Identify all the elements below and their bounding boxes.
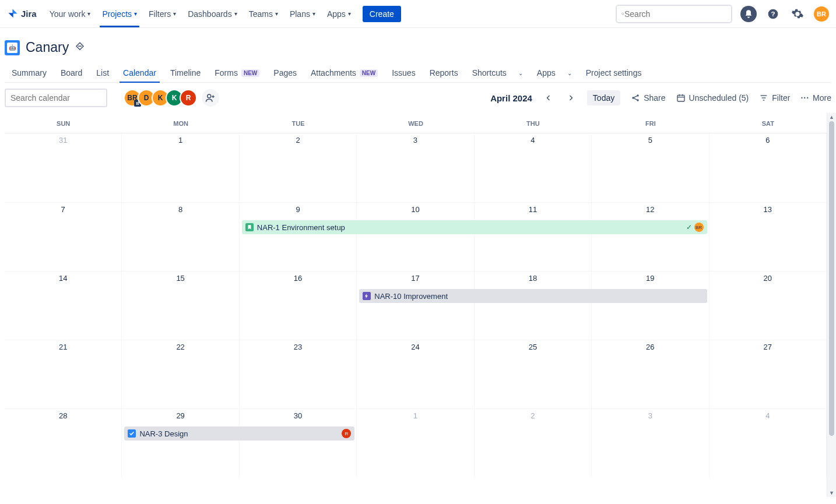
tab-issues[interactable]: Issues [385,64,422,82]
day-number: 14 [59,274,67,283]
add-assignee-button[interactable] [202,89,219,107]
scroll-down-icon[interactable]: ▼ [827,489,836,497]
event-assignee-avatar: BR [694,223,704,232]
nav-item-dashboards[interactable]: Dashboards▾ [183,0,242,27]
calendar-search-input[interactable] [10,93,113,103]
calendar-day-cell[interactable]: 9 [240,203,357,271]
calendar-day-cell[interactable]: 24 [357,340,474,408]
calendar-day-cell[interactable]: 18 [475,272,592,340]
day-number: 19 [646,274,654,283]
chevron-down-icon: ⌄ [567,70,572,76]
month-label: April 2024 [490,93,532,103]
calendar-day-cell[interactable]: 6 [709,133,827,202]
day-number: 13 [764,205,772,214]
tab-attachments[interactable]: AttachmentsNEW [304,64,385,82]
nav-item-projects[interactable]: Projects▾ [97,0,142,27]
calendar-day-cell[interactable]: 29 [122,409,239,477]
nav-item-filters[interactable]: Filters▾ [144,0,181,27]
calendar-event[interactable]: NAR-3 DesignR [124,427,354,440]
calendar-day-cell[interactable]: 23 [240,340,357,408]
calendar-day-cell[interactable]: 28 [5,409,122,477]
filter-button[interactable]: Filter [759,93,790,103]
calendar-day-cell[interactable]: 5 [592,133,709,202]
calendar-day-cell[interactable]: 25 [475,340,592,408]
notifications-icon[interactable] [740,6,757,22]
create-button[interactable]: Create [363,6,401,22]
prev-month-button[interactable] [543,92,554,104]
day-number: 15 [176,274,184,283]
tab-list[interactable]: List [89,64,116,82]
help-icon[interactable]: ? [765,6,781,22]
calendar-day-cell[interactable]: 8 [122,203,239,271]
calendar-day-cell[interactable]: 7 [5,203,122,271]
calendar-day-cell[interactable]: 2 [240,133,357,202]
tab-project-settings[interactable]: Project settings [579,64,649,82]
calendar-day-cell[interactable]: 26 [592,340,709,408]
tab-shortcuts[interactable]: Shortcuts⌄ [465,64,530,82]
calendar: SUNMONTUEWEDTHUFRISAT 311234567891011121… [0,113,836,497]
calendar-day-cell[interactable]: 3 [357,133,474,202]
calendar-day-cell[interactable]: 31 [5,133,122,202]
calendar-day-cell[interactable]: 4 [475,133,592,202]
tab-calendar[interactable]: Calendar [116,64,163,82]
calendar-day-cell[interactable]: 11 [475,203,592,271]
weekday-header: MON [122,113,239,133]
calendar-day-cell[interactable]: 2 [475,409,592,477]
calendar-day-cell[interactable]: 13 [709,203,827,271]
day-number: 27 [764,343,772,351]
calendar-day-cell[interactable]: 19 [592,272,709,340]
global-search[interactable] [616,5,732,23]
settings-icon[interactable] [789,6,806,22]
calendar-day-cell[interactable]: 1 [357,409,474,477]
calendar-day-cell[interactable]: 14 [5,272,122,340]
calendar-day-cell[interactable]: 17 [357,272,474,340]
jira-logo-icon [7,8,19,20]
tab-apps[interactable]: Apps⌄ [530,64,579,82]
calendar-day-cell[interactable]: 21 [5,340,122,408]
today-button[interactable]: Today [587,90,620,105]
theme-icon[interactable] [75,41,85,54]
nav-item-your-work[interactable]: Your work▾ [45,0,96,27]
nav-item-teams[interactable]: Teams▾ [244,0,283,27]
nav-item-apps[interactable]: Apps▾ [322,0,356,27]
event-assignee-avatar: R [342,429,351,438]
calendar-day-cell[interactable]: 1 [122,133,239,202]
calendar-day-cell[interactable]: 12 [592,203,709,271]
share-button[interactable]: Share [631,93,665,103]
scrollbar-thumb[interactable] [829,121,834,436]
calendar-event[interactable]: NAR-1 Environment setup✓BR [242,220,707,234]
day-number: 22 [176,343,184,351]
more-button[interactable]: ··· More [800,93,831,103]
jira-logo[interactable]: Jira [7,8,37,20]
tab-summary[interactable]: Summary [5,64,54,82]
day-number: 20 [764,274,772,283]
calendar-day-cell[interactable]: 22 [122,340,239,408]
chevron-down-icon: ⌄ [518,70,523,76]
calendar-day-cell[interactable]: 27 [709,340,827,408]
calendar-day-cell[interactable]: 4 [709,409,827,477]
day-number: 4 [765,411,770,420]
unscheduled-button[interactable]: Unscheduled (5) [676,93,749,103]
tab-board[interactable]: Board [54,64,89,82]
tab-pages[interactable]: Pages [266,64,304,82]
tab-timeline[interactable]: Timeline [163,64,208,82]
scroll-up-icon[interactable]: ▲ [827,113,836,121]
nav-item-plans[interactable]: Plans▾ [285,0,320,27]
tab-forms[interactable]: FormsNEW [208,64,266,82]
calendar-week: 78910111213NAR-1 Environment setup✓BR [5,202,827,271]
calendar-day-cell[interactable]: 16 [240,272,357,340]
calendar-day-cell[interactable]: 20 [709,272,827,340]
next-month-button[interactable] [565,92,577,104]
calendar-day-cell[interactable]: 3 [592,409,709,477]
assignee-avatar[interactable]: R [180,89,197,107]
tab-reports[interactable]: Reports [423,64,465,82]
calendar-day-cell[interactable]: 15 [122,272,239,340]
calendar-day-cell[interactable]: 10 [357,203,474,271]
calendar-event[interactable]: NAR-10 Improvement [359,289,707,303]
user-avatar[interactable]: BR [814,6,829,22]
day-number: 28 [59,411,67,420]
calendar-day-cell[interactable]: 30 [240,409,357,477]
vertical-scrollbar[interactable]: ▲ ▼ [827,113,836,497]
global-search-input[interactable] [624,9,726,19]
calendar-search[interactable] [5,89,107,107]
